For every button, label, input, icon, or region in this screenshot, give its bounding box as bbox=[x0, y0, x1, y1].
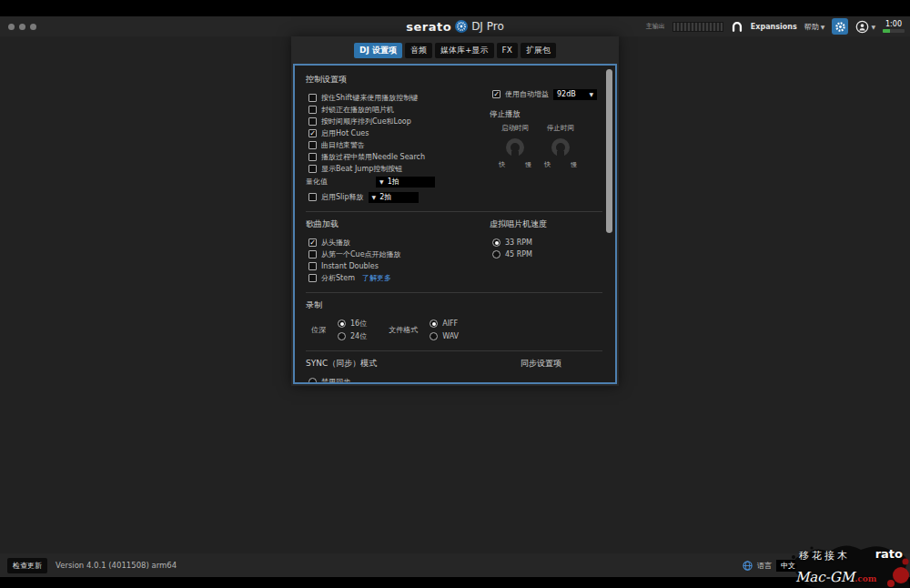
pref-row: 33 RPM bbox=[490, 237, 602, 248]
tab-fx[interactable]: FX bbox=[497, 43, 518, 58]
scrollbar-thumb[interactable] bbox=[606, 69, 612, 233]
autogain-dropdown[interactable]: 92dB ▼ bbox=[553, 89, 597, 100]
main-output-meter bbox=[672, 22, 723, 32]
pref-label: 从头播放 bbox=[321, 238, 350, 248]
section-title: 歌曲加载 bbox=[306, 218, 484, 230]
tab-dj-preferences[interactable]: DJ 设置项 bbox=[354, 43, 402, 58]
checkbox-play-from-first-cue[interactable] bbox=[308, 250, 317, 259]
pref-label: 分析Stem bbox=[321, 273, 355, 283]
turntable-speed-title: 虚拟唱片机速度 bbox=[490, 218, 602, 230]
watermark-chinese-text: 移花接木 bbox=[799, 549, 850, 563]
checkbox-instant-doubles[interactable] bbox=[308, 262, 317, 270]
help-label: 帮助 bbox=[804, 22, 819, 32]
slow-label: 慢 bbox=[525, 160, 531, 169]
chevron-down-icon: ▼ bbox=[821, 24, 825, 30]
start-time-label: 启动时间 bbox=[501, 124, 529, 133]
pref-label: 24位 bbox=[350, 331, 367, 341]
sync-preferences-title: 同步设置项 bbox=[521, 358, 602, 370]
checkbox-play-from-start[interactable] bbox=[308, 238, 317, 247]
quantize-label: 量化值 bbox=[306, 177, 371, 187]
settings-scroll-area: 控制设置项 按住Shift键来使用播放控制键 封锁正在播放的唱片机 按时间顺序排… bbox=[293, 64, 617, 384]
pref-row: 封锁正在播放的唱片机 bbox=[306, 104, 484, 116]
section-control-preferences: 控制设置项 按住Shift键来使用播放控制键 封锁正在播放的唱片机 按时间顺序排… bbox=[306, 67, 602, 211]
pref-row: 16位 bbox=[335, 318, 367, 329]
main-output-label: 主输出 bbox=[646, 22, 665, 31]
checkbox-show-beat-jump[interactable] bbox=[308, 165, 317, 173]
slip-dropdown[interactable]: ▼ 2拍 bbox=[369, 192, 419, 203]
pref-label: 按时间顺序排列Cue和Loop bbox=[321, 117, 411, 127]
pref-row: 禁用同步 bbox=[306, 376, 515, 384]
checkbox-track-end-warning[interactable] bbox=[308, 141, 317, 149]
checkbox-snap-to-beatgrid[interactable] bbox=[523, 382, 531, 384]
pref-row: 分析Stem 了解更多 bbox=[306, 272, 484, 284]
checkbox-shift-playback[interactable] bbox=[308, 94, 317, 102]
watermark: 移花接木 rato Mac-GM.com bbox=[766, 544, 910, 588]
serato-dj-pro-window: serato DJ Pro 主输出 Expansions 帮助 ▼ bbox=[0, 0, 910, 588]
session-time: 1:00 bbox=[883, 20, 905, 33]
checkbox-sort-cues-chronologically[interactable] bbox=[308, 117, 317, 126]
autogain-row: 使用自动增益 92dB ▼ bbox=[490, 88, 602, 100]
serato-starburst-icon bbox=[455, 20, 468, 33]
zoom-window-icon[interactable] bbox=[30, 24, 36, 30]
watermark-rato-text: rato bbox=[875, 547, 903, 561]
pref-label: 16位 bbox=[350, 319, 367, 329]
start-time-group: 启动时间 快 慢 bbox=[495, 124, 535, 169]
quantize-dropdown[interactable]: ▼ 1拍 bbox=[376, 177, 435, 188]
braking-block: 停止播放 启动时间 快 慢 停止时间 bbox=[490, 109, 602, 169]
radio-45-rpm[interactable] bbox=[492, 250, 500, 259]
radio-aiff[interactable] bbox=[430, 319, 438, 328]
learn-more-link[interactable]: 了解更多 bbox=[362, 273, 391, 283]
checkbox-use-auto-gain[interactable] bbox=[492, 90, 500, 98]
file-format-label: 文件格式 bbox=[389, 325, 418, 335]
check-updates-button[interactable]: 检查更新 bbox=[7, 558, 47, 573]
settings-dialog: DJ 设置项 音频 媒体库+显示 FX 扩展包 控制设置项 按住Shift键来使… bbox=[291, 36, 619, 386]
checkbox-enable-hot-cues[interactable] bbox=[308, 129, 317, 137]
autogain-label: 使用自动增益 bbox=[505, 89, 549, 99]
radio-24-bit[interactable] bbox=[338, 332, 346, 340]
pref-row: 播放过程中禁用Needle Search bbox=[306, 151, 484, 163]
tab-expansion-packs[interactable]: 扩展包 bbox=[521, 43, 556, 58]
checkbox-disable-needle-search[interactable] bbox=[308, 153, 317, 161]
pref-row: 曲目结束警告 bbox=[306, 139, 484, 151]
tab-library-display[interactable]: 媒体库+显示 bbox=[435, 43, 494, 58]
pref-row: 24位 bbox=[335, 330, 367, 342]
quantize-value: 1拍 bbox=[388, 177, 399, 187]
checkbox-lock-playing-deck[interactable] bbox=[308, 106, 317, 114]
close-window-icon[interactable] bbox=[8, 24, 15, 30]
minimize-window-icon[interactable] bbox=[19, 24, 25, 30]
watermark-site-text: Mac-GM.com bbox=[795, 569, 876, 585]
pref-row: 启用Hot Cues bbox=[306, 127, 484, 139]
chevron-down-icon: ▼ bbox=[379, 178, 384, 185]
checkbox-enable-slip[interactable] bbox=[308, 193, 317, 201]
headphones-icon[interactable] bbox=[731, 20, 743, 33]
stop-time-knob[interactable] bbox=[551, 138, 570, 157]
window-controls[interactable] bbox=[0, 24, 36, 30]
watermark-site-tld: .com bbox=[854, 574, 876, 583]
radio-33-rpm[interactable] bbox=[492, 238, 500, 247]
bit-depth-label: 位深 bbox=[311, 325, 326, 335]
section-title: SYNC（同步）模式 bbox=[306, 358, 515, 370]
tab-audio[interactable]: 音频 bbox=[405, 43, 432, 58]
fast-label: 快 bbox=[544, 160, 551, 169]
expansions-button[interactable]: Expansions bbox=[751, 23, 797, 31]
titlebar: serato DJ Pro 主输出 Expansions 帮助 ▼ bbox=[0, 16, 910, 36]
pref-label: 按住Shift键来使用播放控制键 bbox=[321, 93, 418, 103]
radio-16-bit[interactable] bbox=[338, 319, 346, 328]
slip-value: 2拍 bbox=[379, 192, 391, 202]
settings-button[interactable] bbox=[832, 18, 848, 35]
chevron-down-icon: ▼ bbox=[589, 91, 593, 97]
pref-row: AIFF bbox=[427, 318, 459, 329]
quantize-row: 量化值 ▼ 1拍 bbox=[306, 176, 484, 188]
section-title: 控制设置项 bbox=[306, 74, 484, 86]
radio-wav[interactable] bbox=[430, 332, 438, 340]
checkbox-analyze-stems[interactable] bbox=[308, 274, 317, 282]
account-menu-button[interactable]: ▼ bbox=[855, 20, 875, 34]
pref-row: 按时间顺序排列Cue和Loop bbox=[306, 116, 484, 127]
pref-label: 显示Beat Jump控制按钮 bbox=[321, 164, 402, 174]
radio-sync-off[interactable] bbox=[308, 378, 317, 384]
pref-label: 对齐到节拍网格 bbox=[536, 381, 587, 384]
product-wordmark: DJ Pro bbox=[471, 20, 504, 33]
start-time-knob[interactable] bbox=[506, 138, 524, 157]
help-menu-button[interactable]: 帮助 ▼ bbox=[804, 22, 825, 32]
pref-label: Instant Doubles bbox=[321, 262, 379, 270]
